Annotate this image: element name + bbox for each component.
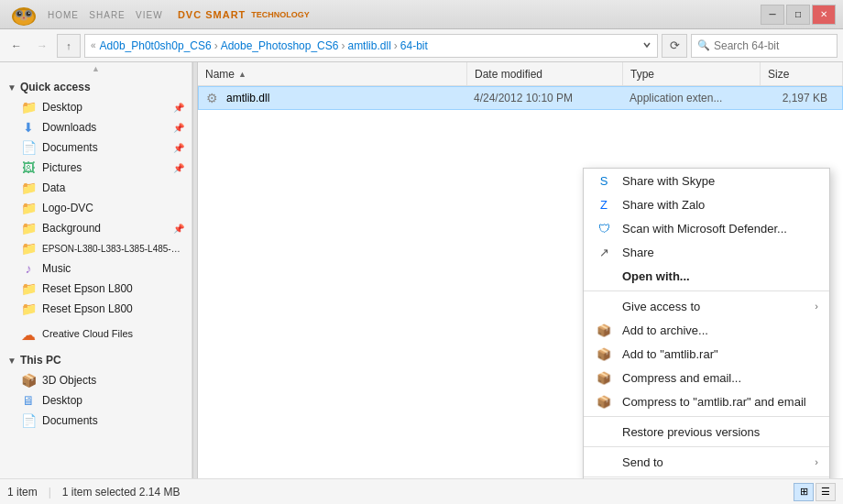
pin-icon: 📌 bbox=[173, 123, 184, 133]
ctx-item-label: Open with... bbox=[622, 269, 690, 283]
ctx-icon-compress-amtlib-email: 📦 bbox=[595, 394, 613, 409]
sidebar-item-label: Data bbox=[42, 181, 65, 194]
ctx-icon-send-to bbox=[595, 455, 613, 469]
sidebar-item-data[interactable]: 📁 Data bbox=[0, 178, 192, 198]
sidebar-item-label: Downloads bbox=[42, 121, 96, 134]
doc-icon: 📄 bbox=[20, 413, 37, 428]
file-type-icon: ⚙ bbox=[206, 91, 221, 105]
status-bar: 1 item | 1 item selected 2.14 MB ⊞ ☰ bbox=[0, 478, 843, 504]
music-icon: ♪ bbox=[20, 261, 37, 276]
file-size-cell: 2,197 KB bbox=[760, 92, 842, 104]
sidebar-item-label: Background bbox=[42, 222, 101, 235]
ctx-item-label: Share with Zalo bbox=[622, 198, 705, 212]
ctx-item-label: Restore previous versions bbox=[622, 425, 760, 439]
sidebar-item-pictures[interactable]: 🖼 Pictures 📌 bbox=[0, 158, 192, 178]
folder-icon: 📁 bbox=[20, 201, 37, 215]
up-button[interactable]: ↑ bbox=[57, 34, 81, 58]
ctx-menu-item-open-with[interactable]: Open with... bbox=[584, 264, 829, 288]
sidebar-item-downloads[interactable]: ⬇ Downloads 📌 bbox=[0, 117, 192, 137]
col-size[interactable]: Size bbox=[761, 62, 843, 85]
download-icon: ⬇ bbox=[20, 120, 37, 135]
ctx-item-label: Share with Skype bbox=[622, 174, 715, 188]
submenu-arrow: › bbox=[815, 456, 818, 467]
forward-button[interactable]: → bbox=[31, 35, 53, 57]
sidebar-item-reset-epson2[interactable]: 📁 Reset Epson L800 bbox=[0, 299, 192, 319]
view-list-button[interactable]: ☰ bbox=[816, 483, 836, 501]
ctx-menu-item-share[interactable]: ↗Share bbox=[584, 240, 829, 264]
col-date[interactable]: Date modified bbox=[467, 62, 623, 85]
view-buttons: ⊞ ☰ bbox=[794, 483, 836, 501]
path-part-1[interactable]: Ad0b_Ph0t0sh0p_CS6 bbox=[100, 39, 212, 52]
ctx-menu-item-give-access[interactable]: Give access to› bbox=[584, 294, 829, 318]
svg-point-9 bbox=[23, 16, 25, 18]
sidebar-item-label: Logo-DVC bbox=[42, 202, 93, 214]
this-pc-header[interactable]: ▼ This PC bbox=[0, 348, 192, 370]
sidebar-item-music[interactable]: ♪ Music bbox=[0, 258, 192, 279]
ctx-menu-item-scan-defender[interactable]: 🛡Scan with Microsoft Defender... bbox=[584, 216, 829, 240]
ctx-item-label: Give access to bbox=[622, 300, 700, 313]
pin-icon: 📌 bbox=[173, 224, 184, 234]
search-box[interactable]: 🔍 bbox=[691, 34, 838, 58]
sidebar-item-documents[interactable]: 📄 Documents 📌 bbox=[0, 137, 192, 158]
ctx-menu-item-restore-versions[interactable]: Restore previous versions bbox=[584, 420, 829, 444]
ctx-item-label: Add to archive... bbox=[622, 323, 708, 337]
selected-info: 1 item selected 2.14 MB bbox=[62, 486, 181, 499]
ctx-menu-item-compress-amtlib-email[interactable]: 📦Compress to "amtlib.rar" and email bbox=[584, 389, 829, 413]
file-name-cell: ⚙ amtlib.dll bbox=[199, 91, 466, 105]
ctx-menu-item-compress-email[interactable]: 📦Compress and email... bbox=[584, 366, 829, 389]
folder-icon: 📁 bbox=[20, 281, 37, 296]
ctx-icon-restore-versions bbox=[595, 424, 613, 439]
path-part-2[interactable]: Adobe_Photoshop_CS6 bbox=[221, 39, 339, 52]
ctx-menu-item-share-zalo[interactable]: ZShare with Zalo bbox=[584, 192, 829, 216]
col-type[interactable]: Type bbox=[623, 62, 761, 85]
close-button[interactable]: ✕ bbox=[812, 5, 836, 25]
sidebar-item-label: Music bbox=[42, 262, 71, 275]
refresh-button[interactable]: ⟳ bbox=[662, 34, 687, 58]
svg-point-6 bbox=[19, 12, 21, 14]
sidebar-item-background[interactable]: 📁 Background 📌 bbox=[0, 218, 192, 238]
maximize-button[interactable]: □ bbox=[786, 5, 810, 25]
this-pc-label: This PC bbox=[20, 354, 61, 367]
view-detail-button[interactable]: ⊞ bbox=[794, 483, 814, 501]
ctx-divider bbox=[584, 446, 829, 447]
sidebar-item-label: 3D Objects bbox=[42, 374, 96, 387]
search-input[interactable] bbox=[714, 39, 831, 52]
ctx-divider bbox=[584, 290, 829, 291]
ctx-menu-item-add-amtlib-rar[interactable]: 📦Add to "amtlib.rar" bbox=[584, 342, 829, 366]
ctx-menu-item-share-skype[interactable]: SShare with Skype bbox=[584, 169, 829, 192]
ctx-menu-item-send-to[interactable]: Send to› bbox=[584, 450, 829, 474]
ctx-item-label: Send to bbox=[622, 455, 663, 469]
sidebar-item-logo-dvc[interactable]: 📁 Logo-DVC bbox=[0, 198, 192, 218]
address-path[interactable]: « Ad0b_Ph0t0sh0p_CS6 › Adobe_Photoshop_C… bbox=[84, 34, 658, 58]
sidebar-item-desktop[interactable]: 📁 Desktop 📌 bbox=[0, 97, 192, 117]
quick-access-header[interactable]: ▼ Quick access bbox=[0, 75, 192, 97]
ctx-menu-item-add-archive[interactable]: 📦Add to archive... bbox=[584, 318, 829, 342]
ctx-icon-add-archive: 📦 bbox=[595, 323, 613, 337]
sidebar-item-3dobjects[interactable]: 📦 3D Objects bbox=[0, 370, 192, 390]
pin-icon: 📌 bbox=[173, 143, 184, 153]
cloud-icon: ☁ bbox=[20, 327, 37, 342]
brand-text: Home Share View DVC SMART bbox=[48, 9, 246, 20]
back-button[interactable]: ← bbox=[5, 35, 27, 57]
sidebar-item-desktop2[interactable]: 🖥 Desktop bbox=[0, 390, 192, 411]
path-part-3[interactable]: amtlib.dll bbox=[347, 39, 390, 52]
sidebar-item-reset-epson1[interactable]: 📁 Reset Epson L800 bbox=[0, 279, 192, 299]
sidebar-item-label: Creative Cloud Files bbox=[42, 328, 161, 340]
sidebar-item-documents2[interactable]: 📄 Documents bbox=[0, 411, 192, 431]
ctx-icon-open-with bbox=[595, 268, 613, 283]
ctx-divider bbox=[584, 416, 829, 417]
address-bar: ← → ↑ « Ad0b_Ph0t0sh0p_CS6 › Adobe_Photo… bbox=[0, 29, 843, 62]
sidebar-item-epson[interactable]: 📁 EPSON-L380-L383-L385-L485-Resetter bbox=[0, 238, 192, 258]
table-row[interactable]: ⚙ amtlib.dll 4/24/2012 10:10 PM Applicat… bbox=[198, 86, 843, 110]
svg-point-4 bbox=[17, 11, 22, 16]
3dobjects-icon: 📦 bbox=[20, 373, 37, 388]
minimize-button[interactable]: ─ bbox=[761, 5, 784, 25]
col-name[interactable]: Name ▲ bbox=[198, 62, 467, 85]
path-part-4[interactable]: 64-bit bbox=[400, 39, 428, 52]
search-icon: 🔍 bbox=[697, 39, 710, 51]
quick-access-label: Quick access bbox=[20, 81, 91, 93]
sidebar-item-creative-cloud[interactable]: ☁ Creative Cloud Files bbox=[0, 324, 192, 345]
quick-access-arrow: ▼ bbox=[7, 82, 16, 93]
folder-icon: 📁 bbox=[20, 100, 37, 115]
sidebar-item-label: Documents bbox=[42, 414, 98, 427]
